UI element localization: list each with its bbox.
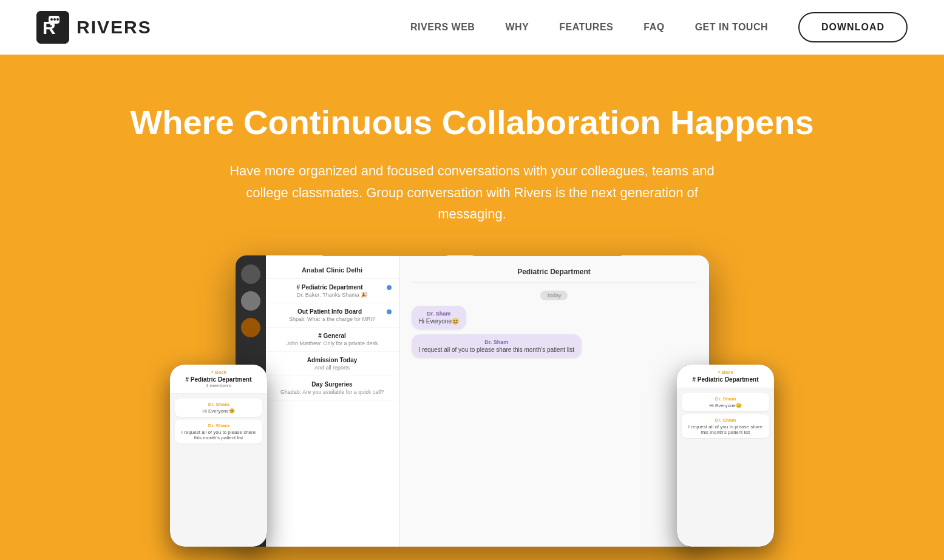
chat-item-5-title: Day Surgeries	[273, 381, 392, 388]
navbar: R RIVERS RIVERS WEB WHY FEATURES FAQ GET…	[0, 0, 944, 55]
chat-item-5-preview: Ghadab: Are you available for a quick ca…	[273, 389, 392, 395]
chat-item-3[interactable]: # General John Matthew: Only for a priva…	[266, 328, 399, 352]
nav-link-rivers-web[interactable]: RIVERS WEB	[410, 22, 475, 33]
phone-right-screen: < Back # Pediatric Department Dr. Sham H…	[677, 365, 774, 547]
phone-left-screen: < Back # Pediatric Department 4 members …	[170, 365, 267, 547]
logo-text: RIVERS	[76, 17, 152, 38]
clinic-name: Anabat Clinic Delhi	[266, 261, 399, 279]
sidebar-avatar-1	[241, 265, 260, 284]
laptop-screen: Anabat Clinic Delhi # Pediatric Departme…	[236, 255, 709, 547]
chat-item-1-preview: Dr. Baker: Thanks Shama 🎉	[273, 292, 392, 298]
svg-point-3	[50, 18, 53, 21]
chat-item-2-preview: Shpali: What is the charge for MRI?	[273, 316, 392, 322]
phone-left-header: < Back # Pediatric Department 4 members	[170, 365, 267, 394]
nav-link-features[interactable]: FEATURES	[559, 22, 613, 33]
phone-left-content: Dr. Sham Hi Everyone😊 Dr. Sham I request…	[170, 394, 267, 451]
phone-right-header: < Back # Pediatric Department	[677, 365, 774, 388]
chat-msg-1: Dr. Sham Hi Everyone😊	[412, 306, 466, 329]
phone-right-msg-1: Dr. Sham Hi Everyone😊	[682, 393, 769, 411]
sidebar-avatar-2	[241, 291, 260, 311]
hero-title: Where Continuous Collaboration Happens	[36, 103, 908, 142]
logo[interactable]: R RIVERS	[36, 11, 152, 44]
logo-icon: R	[36, 11, 69, 44]
chat-msg-2: Dr. Sham I request all of you to please …	[412, 334, 582, 358]
chat-item-3-preview: John Matthew: Only for a private desk	[273, 340, 392, 346]
chat-item-5[interactable]: Day Surgeries Ghadab: Are you available …	[266, 376, 399, 400]
chat-channel-sidebar: Anabat Clinic Delhi # Pediatric Departme…	[266, 255, 399, 547]
phone-msg-1: Dr. Sham Hi Everyone😊	[175, 399, 262, 417]
download-button[interactable]: DOWNLOAD	[798, 12, 908, 42]
nav-links: RIVERS WEB WHY FEATURES FAQ GET IN TOUCH…	[410, 12, 908, 42]
phone-left-mockup: < Back # Pediatric Department 4 members …	[170, 365, 267, 547]
phone-right-msg-2: Dr. Sham I request all of you to please …	[682, 414, 769, 438]
laptop-mockup: Anabat Clinic Delhi # Pediatric Departme…	[236, 255, 709, 547]
chat-item-1[interactable]: # Pediatric Department Dr. Baker: Thanks…	[266, 279, 399, 303]
phone-right-content: Dr. Sham Hi Everyone😊 Dr. Sham I request…	[677, 388, 774, 446]
hero-subtitle: Have more organized and focused conversa…	[223, 160, 721, 224]
chat-item-2-title: Out Patient Info Board	[273, 308, 392, 315]
chat-item-4[interactable]: Admission Today And all reports	[266, 352, 399, 376]
sidebar-avatar-3	[241, 318, 260, 337]
chat-item-4-preview: And all reports	[273, 365, 392, 371]
phone-right-mockup: < Back # Pediatric Department Dr. Sham H…	[677, 365, 774, 547]
chat-item-1-title: # Pediatric Department	[273, 284, 392, 291]
svg-point-5	[56, 18, 59, 21]
nav-link-get-in-touch[interactable]: GET IN TOUCH	[695, 22, 768, 33]
nav-link-why[interactable]: WHY	[505, 22, 529, 33]
chat-messages: Today Dr. Sham Hi Everyone😊 Dr. Sham I r…	[412, 289, 697, 535]
svg-point-4	[53, 18, 56, 21]
hero-section: Where Continuous Collaboration Happens H…	[0, 55, 944, 560]
devices-mockup: < Back # Pediatric Department 4 members …	[36, 340, 908, 547]
chat-main-header: Pediatric Department	[412, 268, 697, 283]
nav-link-faq[interactable]: FAQ	[643, 22, 664, 33]
chat-main-area: Pediatric Department Today Dr. Sham Hi E…	[399, 255, 709, 547]
phone-msg-2: Dr. Sham I request all of you to please …	[175, 420, 262, 444]
chat-item-4-title: Admission Today	[273, 357, 392, 363]
chat-item-3-title: # General	[273, 332, 392, 339]
chat-item-2[interactable]: Out Patient Info Board Shpali: What is t…	[266, 303, 399, 328]
